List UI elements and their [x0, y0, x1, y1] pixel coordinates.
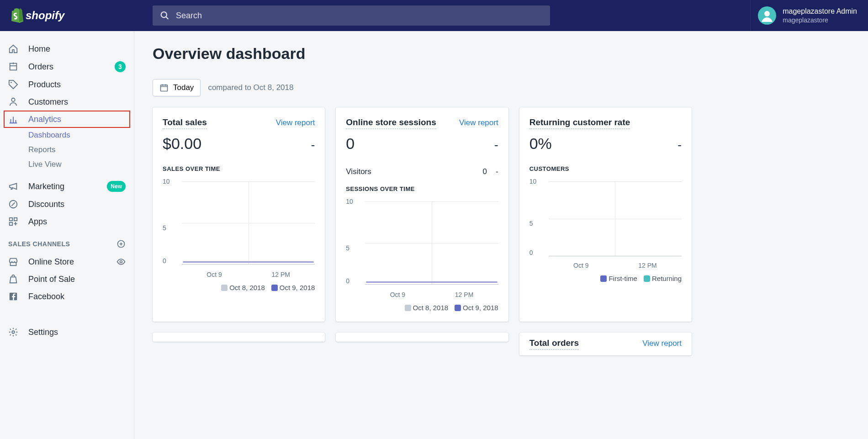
channel-pos[interactable]: Point of Sale	[0, 270, 134, 288]
delta: -	[677, 138, 682, 152]
card-total-orders: Total orders View report	[519, 333, 692, 355]
compared-label: compared to Oct 8, 2018	[208, 83, 293, 92]
card-total-sales: Total sales View report $0.00 - SALES OV…	[153, 107, 325, 322]
person-icon	[8, 97, 18, 107]
store-icon	[8, 257, 18, 267]
delta: -	[311, 138, 315, 152]
sessions-value: 0	[346, 135, 355, 153]
nav-customers[interactable]: Customers	[0, 93, 134, 111]
sales-chart: 10 5 0 Oct 912 PM	[163, 178, 315, 278]
svg-rect-9	[14, 218, 17, 221]
eye-icon[interactable]	[116, 257, 126, 266]
home-icon	[8, 44, 18, 54]
nav-label: Home	[28, 44, 50, 54]
nav-label: Apps	[28, 217, 47, 227]
nav-dashboards[interactable]: Dashboards	[0, 128, 134, 143]
card-title: Returning customer rate	[529, 117, 630, 129]
nav-label: Online Store	[28, 257, 74, 267]
nav-live-view[interactable]: Live View	[0, 157, 134, 172]
nav-label: Orders	[28, 62, 53, 72]
nav-label: Marketing	[28, 182, 64, 191]
discount-icon	[8, 199, 18, 209]
svg-text:shopify: shopify	[26, 9, 65, 21]
svg-line-2	[166, 17, 168, 19]
view-report-link[interactable]: View report	[642, 339, 682, 348]
nav-label: Facebook	[28, 292, 64, 301]
visitors-label: Visitors	[346, 167, 371, 176]
user-admin-name: mageplazastore Admin	[783, 7, 857, 16]
apps-icon	[8, 217, 18, 227]
nav-label: Analytics	[28, 115, 61, 124]
delta: -	[494, 138, 498, 152]
megaphone-icon	[8, 181, 18, 191]
add-channel-button[interactable]	[116, 239, 126, 249]
nav-marketing[interactable]: Marketing New	[0, 177, 134, 196]
avatar	[758, 6, 776, 25]
orders-badge: 3	[115, 61, 126, 72]
view-report-link[interactable]: View report	[276, 118, 315, 127]
nav-settings[interactable]: Settings	[0, 323, 134, 341]
svg-point-14	[12, 331, 15, 333]
card-title: Total orders	[529, 338, 579, 350]
sales-channels-header: SALES CHANNELS	[0, 230, 134, 253]
nav-reports[interactable]: Reports	[0, 143, 134, 157]
card-returning: Returning customer rate 0% - CUSTOMERS 1…	[519, 107, 692, 322]
new-badge: New	[107, 181, 126, 192]
card-title: Online store sessions	[346, 117, 436, 129]
topbar: shopify mageplazastore Admin mageplazast…	[0, 0, 868, 31]
total-sales-value: $0.00	[163, 135, 201, 153]
nav-apps[interactable]: Apps	[0, 213, 134, 230]
sub-heading: SESSIONS OVER TIME	[346, 185, 498, 192]
returning-value: 0%	[529, 135, 552, 153]
svg-rect-10	[10, 222, 12, 225]
nav-label: Point of Sale	[28, 275, 75, 284]
calendar-icon	[159, 83, 169, 92]
shopify-logo[interactable]: shopify	[9, 7, 134, 24]
card-title: Total sales	[163, 117, 207, 129]
nav-label: Products	[28, 80, 61, 90]
gear-icon	[8, 327, 18, 337]
card-sessions: Online store sessions View report 0 - Vi…	[336, 107, 508, 322]
nav-orders[interactable]: Orders 3	[0, 58, 134, 76]
nav-label: Settings	[28, 328, 58, 337]
user-menu[interactable]: mageplazastore Admin mageplazastore	[750, 0, 868, 31]
page-title: Overview dashboard	[153, 45, 692, 63]
user-store-name: mageplazastore	[783, 16, 857, 24]
nav-home[interactable]: Home	[0, 40, 134, 58]
bag-icon	[8, 274, 18, 284]
nav-products[interactable]: Products	[0, 76, 134, 93]
search-bar[interactable]	[153, 5, 550, 26]
facebook-icon	[8, 291, 18, 301]
sub-heading: SALES OVER TIME	[163, 165, 315, 172]
date-range-button[interactable]: Today	[153, 79, 201, 96]
search-icon	[160, 11, 169, 21]
svg-point-5	[11, 82, 12, 83]
channel-online-store[interactable]: Online Store	[0, 253, 134, 270]
svg-point-6	[11, 98, 15, 101]
search-input[interactable]	[176, 11, 543, 21]
analytics-icon	[8, 114, 18, 124]
card-placeholder	[336, 333, 508, 342]
channel-facebook[interactable]: Facebook	[0, 288, 134, 305]
svg-point-12	[120, 261, 122, 263]
nav-discounts[interactable]: Discounts	[0, 196, 134, 213]
main-content: Overview dashboard Today compared to Oct…	[134, 31, 710, 439]
svg-rect-15	[161, 85, 168, 91]
view-report-link[interactable]: View report	[459, 118, 498, 127]
customers-chart: 10 5 0 Oct 912 PM	[529, 178, 682, 269]
svg-point-1	[161, 12, 167, 17]
tag-icon	[8, 79, 18, 90]
sessions-chart: 10 5 0 Oct 912 PM	[346, 198, 498, 298]
svg-point-4	[764, 11, 770, 16]
person-icon	[760, 8, 774, 23]
card-placeholder	[153, 333, 325, 342]
orders-icon	[8, 62, 18, 72]
svg-rect-8	[10, 218, 12, 221]
sidebar: Home Orders 3 Products Customers A	[0, 31, 134, 439]
sub-heading: CUSTOMERS	[529, 165, 682, 172]
nav-label: Customers	[28, 97, 68, 107]
nav-analytics[interactable]: Analytics	[4, 111, 130, 128]
nav-label: Discounts	[28, 200, 64, 209]
